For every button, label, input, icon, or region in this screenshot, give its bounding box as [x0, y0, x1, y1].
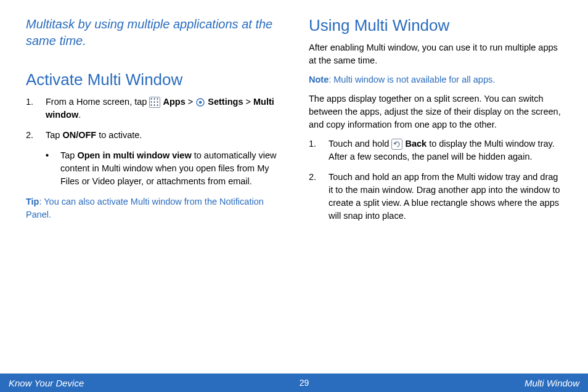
tip: Tip: You can also activate Multi window … — [26, 195, 279, 221]
step-1: 1. Touch and hold Back to display the Mu… — [309, 137, 562, 163]
heading-using: Using Multi Window — [309, 16, 562, 35]
using-desc: The apps display together on a split scr… — [309, 92, 562, 131]
heading-activate: Activate Multi Window — [26, 70, 279, 89]
text: Touch and hold — [329, 139, 391, 149]
text: Tap — [60, 150, 77, 160]
bullet-open-in-mw: • Tap Open in multi window view to autom… — [46, 149, 279, 188]
note-label: Note — [309, 75, 329, 84]
apps-label: Apps — [163, 97, 185, 107]
text: > — [246, 97, 254, 107]
bullet-body: Tap Open in multi window view to automat… — [60, 149, 279, 188]
footer-bar: Know Your Device 29 Multi Window — [0, 374, 588, 392]
footer-left: Know Your Device — [9, 378, 84, 388]
step-number: 1. — [26, 96, 46, 121]
back-icon — [391, 139, 402, 150]
onoff-label: ON/OFF — [62, 130, 96, 140]
activate-steps: 1. From a Home screen, tap Apps > Settin… — [26, 96, 279, 142]
right-column: Using Multi Window After enabling Multi … — [309, 16, 562, 230]
open-in-mw-label: Open in multi window view — [77, 150, 191, 160]
step-body: Touch and hold Back to display the Multi… — [329, 137, 562, 163]
step-2: 2. Touch and hold an app from the Multi … — [309, 171, 562, 223]
svg-point-1 — [199, 101, 202, 104]
bullet-marker: • — [46, 149, 60, 188]
text: . — [78, 110, 81, 120]
tip-label: Tip — [26, 197, 39, 206]
apps-icon — [149, 97, 160, 108]
note-text: : Multi window is not available for all … — [329, 75, 495, 84]
footer-right: Multi Window — [525, 378, 579, 388]
left-column: Multitask by using multiple applications… — [26, 16, 279, 230]
step-body: Tap ON/OFF to activate. — [46, 129, 279, 142]
step-body: Touch and hold an app from the Multi wid… — [329, 171, 562, 223]
step-body: From a Home screen, tap Apps > Settings … — [46, 96, 279, 121]
text: From a Home screen, tap — [46, 97, 149, 107]
step-number: 1. — [309, 137, 329, 163]
tip-text: : You can also activate Multi window fro… — [26, 197, 264, 219]
back-label: Back — [405, 139, 427, 149]
step-number: 2. — [309, 171, 329, 223]
intro-text: Multitask by using multiple applications… — [26, 16, 279, 49]
using-intro: After enabling Multi window, you can use… — [309, 41, 562, 67]
note: Note: Multi window is not available for … — [309, 73, 562, 86]
step-number: 2. — [26, 129, 46, 142]
text: to activate. — [96, 130, 142, 140]
page: Multitask by using multiple applications… — [0, 0, 588, 392]
settings-label: Settings — [208, 97, 243, 107]
content-columns: Multitask by using multiple applications… — [26, 16, 562, 230]
using-steps: 1. Touch and hold Back to display the Mu… — [309, 137, 562, 223]
page-number: 29 — [300, 378, 309, 388]
text: > — [188, 97, 196, 107]
settings-icon — [195, 97, 205, 107]
step-2: 2. Tap ON/OFF to activate. — [26, 129, 279, 142]
step-1: 1. From a Home screen, tap Apps > Settin… — [26, 96, 279, 121]
text: Tap — [46, 130, 62, 140]
